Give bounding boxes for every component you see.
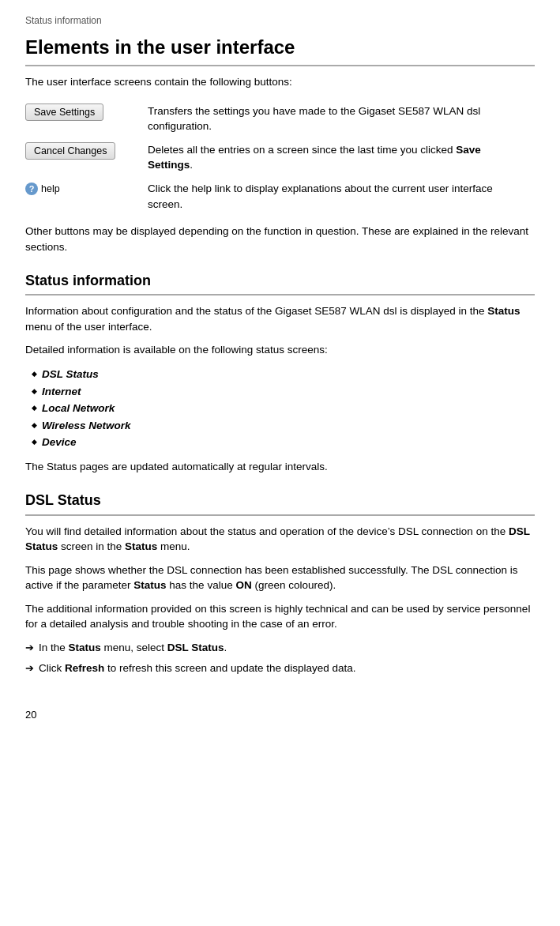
other-buttons-text: Other buttons may be displayed depending… — [25, 224, 535, 254]
arrow-icon-2: ➔ — [25, 661, 34, 676]
arrow-icon-1: ➔ — [25, 641, 34, 656]
table-row-help: ? help Click the help link to display ex… — [25, 177, 535, 216]
status-para3: The Status pages are updated automatical… — [25, 459, 535, 475]
save-settings-description: Transfers the settings you have made to … — [148, 100, 535, 138]
list-item: Internet — [32, 383, 535, 401]
header-title: Status information — [25, 15, 102, 26]
dsl-arrow1-text: In the Status menu, select DSL Status. — [39, 640, 227, 656]
dsl-para3: The additional information provided on t… — [25, 601, 535, 632]
help-label: help — [41, 182, 60, 196]
dsl-para2: This page shows whether the DSL connecti… — [25, 563, 535, 593]
dsl-arrow2: ➔ Click Refresh to refresh this screen a… — [25, 661, 535, 676]
help-link[interactable]: ? help — [25, 182, 60, 196]
table-row-save: Save Settings Transfers the settings you… — [25, 100, 535, 138]
section-divider-status — [25, 294, 535, 295]
page-number: 20 — [25, 708, 535, 723]
help-icon: ? — [25, 183, 38, 195]
elements-intro: The user interface screens contain the f… — [25, 74, 535, 90]
dsl-arrow1: ➔ In the Status menu, select DSL Status. — [25, 640, 535, 656]
list-item: Local Network — [32, 400, 535, 417]
section-divider-dsl — [25, 514, 535, 516]
cancel-changes-description: Deletes all the entries on a screen sinc… — [148, 138, 535, 177]
section-divider-elements — [25, 65, 535, 66]
dsl-section: DSL Status You will find detailed inform… — [25, 490, 535, 676]
dsl-para1: You will find detailed information about… — [25, 524, 535, 555]
status-para2: Detailed information is available on the… — [25, 342, 535, 358]
status-info-section: Status information Information about con… — [25, 270, 535, 474]
status-para1: Information about configuration and the … — [25, 303, 535, 334]
table-row-cancel: Cancel Changes Deletes all the entries o… — [25, 138, 535, 177]
section-heading-elements: Elements in the user interface — [25, 34, 535, 62]
status-bullet-list: DSL Status Internet Local Network Wirele… — [32, 366, 535, 451]
list-item: Device — [32, 434, 535, 451]
section-heading-status: Status information — [25, 270, 535, 291]
section-heading-dsl: DSL Status — [25, 490, 535, 510]
list-item: Wireless Network — [32, 417, 535, 435]
ui-elements-table: Save Settings Transfers the settings you… — [25, 100, 535, 216]
list-item: DSL Status — [32, 366, 535, 383]
save-settings-button[interactable]: Save Settings — [25, 104, 103, 121]
dsl-arrow2-text: Click Refresh to refresh this screen and… — [39, 661, 356, 676]
cancel-changes-button[interactable]: Cancel Changes — [25, 142, 115, 160]
page-header: Status information — [25, 14, 535, 28]
help-description: Click the help link to display explanati… — [148, 177, 535, 216]
